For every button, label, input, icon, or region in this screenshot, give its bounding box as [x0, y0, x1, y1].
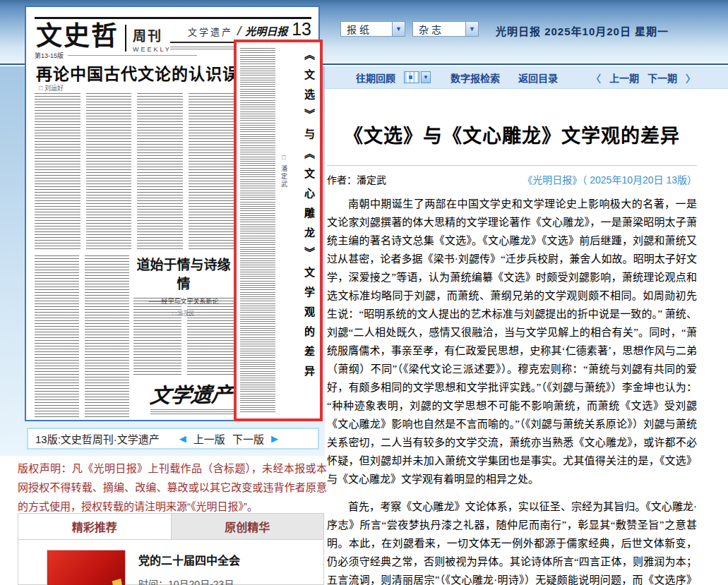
next-chevron-icon: 〉: [686, 71, 696, 85]
back-to-contents-link[interactable]: 返回目录: [518, 71, 558, 85]
newspaper-headline-mid: 道始于情与诗缘情: [131, 254, 237, 292]
paper-select[interactable]: 报 纸 ▼: [340, 21, 405, 37]
vertical-article-author: □ 潘定武: [280, 154, 289, 189]
paper-select-value: 报 纸: [347, 22, 369, 36]
recommendation-panel: 精彩推荐 原创精华 党的二十届四中全会 时间：10月20日-23日: [18, 513, 324, 585]
article-pane: 《文选》与《文心雕龙》文学观的差异 作者：潘定武 《光明日报》（ 2025年10…: [327, 90, 697, 585]
vertical-article-title: 《文选》与《文心雕龙》文学观的差异: [302, 49, 316, 413]
masthead: 文史哲 周刊 WEEKLY: [36, 23, 172, 53]
page-range-row: 第13-15版: [35, 51, 197, 60]
digital-search-link[interactable]: 数字报检索: [450, 71, 500, 85]
paper-logo: 光明日报: [245, 23, 287, 38]
slash-divider: /: [237, 23, 241, 39]
calendar-icon[interactable]: [404, 71, 419, 83]
tab-original[interactable]: 原创精华: [171, 514, 324, 539]
party-emblem-image[interactable]: [47, 550, 126, 585]
masthead-divider: [125, 25, 126, 52]
prev-chevron-icon: 〈: [591, 71, 601, 85]
tab-featured[interactable]: 精彩推荐: [18, 514, 171, 539]
weekly-label-cn: 周刊: [133, 25, 172, 44]
next-page-link[interactable]: 下一版: [232, 431, 264, 446]
article-author: 作者：潘定武: [327, 172, 386, 186]
newspaper-headline-main: 再论中国古代文论的认识误区: [36, 61, 256, 85]
newspaper-text-columns: [133, 298, 235, 375]
newspaper-text-columns: [35, 255, 129, 418]
next-page-arrow-icon: ▶: [271, 433, 278, 444]
section-label: 文学遗产: [188, 25, 233, 38]
newspaper-headline-main-author: □ 刘运好: [39, 83, 64, 92]
calendar-dropdown-icon[interactable]: ▼: [421, 71, 431, 83]
page-range-label: 第13-15版: [35, 51, 64, 60]
magazine-select-value: 杂 志: [419, 22, 441, 36]
page-bar-label: 13版:文史哲周刊·文学遗产: [35, 431, 160, 446]
article-paragraph: 南朝中期诞生了两部在中国文学史和文学理论史上影响极大的名著，一是文论家刘勰撰著的…: [327, 195, 697, 488]
issue-navbar: 往期回顾 ▼ 数字报检索 返回目录 〈 上一期 下一期 〉: [325, 66, 728, 89]
article-source: 《光明日报》（ 2025年10月20日 13版）: [523, 172, 697, 186]
highlight-text-column: [240, 48, 275, 413]
promo-time: 时间：10月20日-23日: [138, 577, 240, 585]
article-paragraph: 首先，考察《文心雕龙》文论体系，实以征圣、宗经为其旨归。《文心雕龙·序志》所言“…: [327, 497, 697, 585]
next-issue-link[interactable]: 下一期: [648, 71, 677, 85]
promo-title-link[interactable]: 党的二十届四中全会: [138, 551, 240, 568]
page-navigation-bar: 13版:文史哲周刊·文学遗产 ◀ 上一版 下一版 ▶: [27, 428, 319, 450]
article-body: 南朝中期诞生了两部在中国文学史和文学理论史上影响极大的名著，一是文论家刘勰撰著的…: [327, 195, 697, 585]
magazine-select[interactable]: 杂 志 ▼: [412, 21, 479, 37]
article-divider: [327, 165, 697, 166]
newspaper-text-columns: [35, 93, 234, 251]
page: 报 纸 ▼ 杂 志 ▼ 光明日报 2025年10月20日 星期一 往期回顾 ▼ …: [0, 0, 728, 585]
dropdown-arrow-icon[interactable]: ▼: [465, 22, 478, 36]
calligraphy-caption-line: [150, 409, 234, 414]
highlighted-article-region[interactable]: □ 潘定武 《文选》与《文心雕龙》文学观的差异: [234, 40, 323, 421]
dropdown-arrow-icon[interactable]: ▼: [392, 22, 405, 36]
back-issues-link[interactable]: 往期回顾: [356, 71, 395, 85]
prev-issue-link[interactable]: 上一期: [609, 71, 639, 85]
prev-page-link[interactable]: 上一版: [193, 431, 225, 446]
page-number: 13: [292, 21, 311, 37]
issue-date: 光明日报 2025年10月20日 星期一: [496, 23, 669, 38]
masthead-rule: [35, 17, 311, 19]
section-calligraphy-logo: 文学遗产: [140, 378, 244, 409]
article-title: 《文选》与《文心雕龙》文学观的差异: [327, 121, 697, 148]
prev-page-arrow-icon: ◀: [179, 433, 186, 444]
copyright-notice: 版权声明：凡《光明日报》上刊载作品（含标题），未经本报或本网授权不得转载、摘编、…: [18, 459, 327, 516]
masthead-title: 文史哲: [36, 23, 119, 51]
page-range-rule: [68, 55, 197, 56]
calendar-picker[interactable]: ▼: [404, 71, 431, 83]
